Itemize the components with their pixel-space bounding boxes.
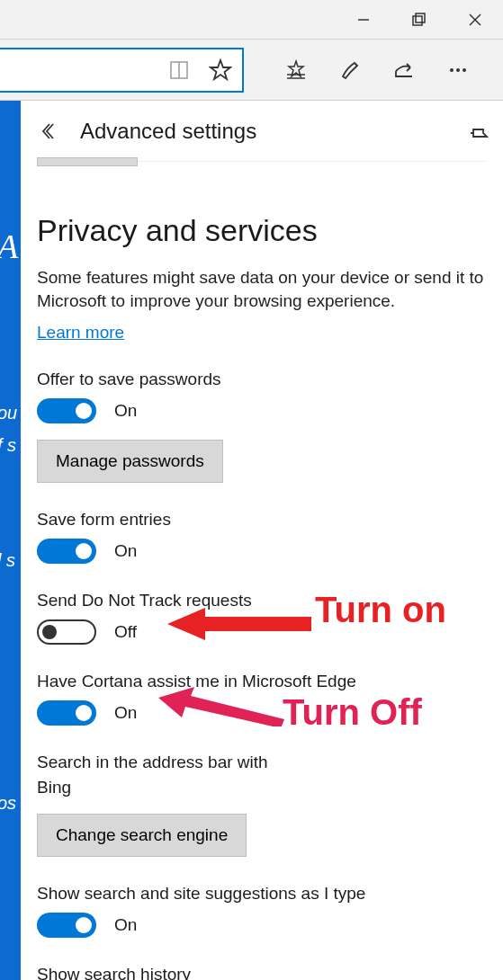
- section-description: Some features might save data on your de…: [37, 266, 487, 312]
- save-forms-label: Save form entries: [37, 510, 487, 530]
- svg-point-11: [463, 68, 466, 72]
- save-forms-toggle[interactable]: [37, 539, 96, 564]
- offer-passwords-toggle[interactable]: [37, 398, 96, 423]
- svg-rect-1: [413, 16, 422, 25]
- panel-title: Advanced settings: [80, 119, 256, 144]
- back-button[interactable]: [39, 119, 64, 144]
- svg-point-10: [456, 68, 460, 72]
- minimize-icon: [357, 13, 370, 26]
- page-background-strip: A ou f s l s os: [0, 101, 21, 980]
- save-forms-state: On: [114, 541, 137, 561]
- restore-icon: [412, 13, 427, 27]
- search-bar-label: Search in the address bar with: [37, 753, 487, 772]
- svg-rect-2: [416, 13, 425, 22]
- suggestions-label: Show search and site suggestions as I ty…: [37, 884, 487, 904]
- restore-button[interactable]: [391, 0, 447, 40]
- dnt-toggle[interactable]: [37, 619, 96, 645]
- svg-point-9: [450, 68, 454, 72]
- learn-more-link[interactable]: Learn more: [37, 323, 124, 343]
- dnt-state: Off: [114, 622, 137, 642]
- offer-passwords-state: On: [114, 401, 137, 421]
- section-heading: Privacy and services: [37, 213, 487, 248]
- search-engine-value: Bing: [37, 778, 487, 797]
- offer-passwords-label: Offer to save passwords: [37, 370, 487, 389]
- close-button[interactable]: [447, 0, 503, 40]
- change-search-engine-button[interactable]: Change search engine: [37, 814, 247, 857]
- share-icon[interactable]: [390, 56, 418, 85]
- cortana-state: On: [114, 703, 137, 723]
- window-titlebar: [0, 0, 503, 40]
- address-bar[interactable]: [0, 48, 244, 93]
- favorite-star-icon[interactable]: [206, 56, 235, 85]
- close-icon: [469, 13, 481, 26]
- manage-passwords-button[interactable]: Manage passwords: [37, 440, 223, 483]
- search-history-label: Show search history: [37, 965, 487, 980]
- suggestions-toggle[interactable]: [37, 913, 96, 938]
- settings-panel: Advanced settings Privacy and services S…: [21, 101, 503, 980]
- web-note-icon[interactable]: [336, 56, 364, 85]
- pin-icon: [469, 120, 490, 142]
- panel-header: Advanced settings: [37, 101, 487, 162]
- add-favorite-icon[interactable]: [282, 56, 310, 85]
- minimize-button[interactable]: [336, 0, 391, 40]
- reading-list-icon[interactable]: [165, 56, 193, 85]
- previous-button-edge: [37, 157, 138, 166]
- more-icon[interactable]: [444, 56, 472, 85]
- browser-toolbar: [0, 40, 503, 101]
- dnt-label: Send Do Not Track requests: [37, 591, 487, 610]
- cortana-toggle[interactable]: [37, 700, 96, 726]
- chevron-left-icon: [41, 121, 61, 141]
- suggestions-state: On: [114, 915, 137, 935]
- pin-button[interactable]: [469, 120, 490, 146]
- cortana-label: Have Cortana assist me in Microsoft Edge: [37, 672, 487, 691]
